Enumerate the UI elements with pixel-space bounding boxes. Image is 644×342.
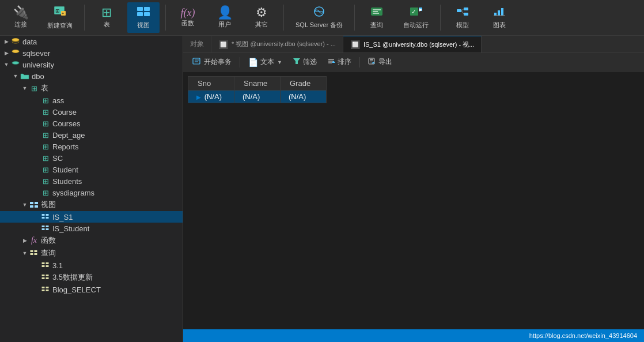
- toolbar-table[interactable]: ⊞ 表: [90, 2, 123, 33]
- cell-grade: (N/A): [281, 91, 327, 103]
- tab-bar: 对象 🔲 * 视图 @university.dbo (sqlsever) - .…: [183, 36, 644, 53]
- toolbar-divider-4: [354, 5, 355, 31]
- sidebar-item-blog-select[interactable]: Blog_SELECT: [0, 284, 183, 295]
- status-url: https://blog.csdn.net/weixin_43914604: [529, 332, 637, 339]
- svg-rect-24: [498, 10, 500, 16]
- sidebar-item-student[interactable]: ⊞ Student: [0, 164, 183, 175]
- arrow-views: ▼: [21, 202, 29, 208]
- tab-object[interactable]: 对象: [183, 36, 211, 52]
- toolbar-other[interactable]: ⚙ 其它: [245, 2, 278, 33]
- svg-text:✓: ✓: [411, 9, 416, 15]
- toolbar-connect[interactable]: 🔌 连接: [5, 2, 37, 33]
- sidebar-item-q35[interactable]: 3.5数据更新: [0, 271, 183, 284]
- arrow-funcs: ▶: [21, 238, 29, 243]
- grid-area: Sno Sname Grade ▶ (N/A) (N/A) (N/A): [183, 72, 644, 329]
- sidebar-item-ass[interactable]: ⊞ ass: [0, 95, 183, 106]
- sidebar-label-courses: Courses: [52, 119, 80, 128]
- sidebar-item-reports[interactable]: ⊞ Reports: [0, 141, 183, 152]
- sort-btn[interactable]: 排序: [323, 56, 356, 68]
- table-icon-dept-age: ⊞: [40, 130, 51, 140]
- sidebar-item-tables-folder[interactable]: ▼ ⊞ 表: [0, 82, 183, 95]
- autorun-label: 自动运行: [403, 21, 429, 29]
- db-icon-data: [10, 37, 21, 46]
- begin-transaction-btn[interactable]: 开始事务: [188, 56, 236, 68]
- svg-text:⊞: ⊞: [55, 8, 60, 14]
- export-icon: [368, 57, 376, 67]
- sidebar-label-q31: 3.1: [52, 261, 63, 270]
- sidebar-item-funcs-folder[interactable]: ▶ fx 函数: [0, 234, 183, 247]
- sidebar-item-queries-folder[interactable]: ▼ 查询: [0, 247, 183, 260]
- toolbar-sqlserver[interactable]: SQL Server 备份: [290, 2, 348, 33]
- tab-view2-icon: 🔲: [350, 40, 360, 49]
- svg-rect-41: [42, 226, 45, 227]
- arrow-university: ▼: [2, 62, 10, 67]
- tab-view1[interactable]: 🔲 * 视图 @university.dbo (sqlsever) - ...: [211, 36, 343, 52]
- toolbar-divider-1: [84, 5, 85, 31]
- sidebar-item-is-student[interactable]: IS_Student: [0, 223, 183, 234]
- toolbar-chart[interactable]: 图表: [483, 2, 516, 33]
- svg-rect-40: [46, 217, 49, 219]
- sidebar-item-dbo[interactable]: ▼ dbo: [0, 70, 183, 82]
- func-folder-icon: fx: [29, 236, 39, 245]
- sidebar-label-sysdiagrams: sysdiagrams: [52, 189, 94, 197]
- sidebar-item-course[interactable]: ⊞ Course: [0, 106, 183, 118]
- tab-view2[interactable]: 🔲 IS_S1 @university.dbo (sqlsever) - 视..…: [343, 36, 482, 52]
- chart-icon: [493, 6, 506, 20]
- sidebar-item-sc[interactable]: ⊞ SC: [0, 152, 183, 164]
- table-icon-students: ⊞: [40, 176, 51, 186]
- tab-view1-icon: 🔲: [218, 40, 228, 49]
- sidebar-item-students[interactable]: ⊞ Students: [0, 175, 183, 187]
- toolbar-autorun[interactable]: ✓▶ 自动运行: [397, 2, 434, 33]
- chart-label: 图表: [493, 21, 506, 29]
- filter-btn[interactable]: 筛选: [288, 56, 321, 68]
- sidebar-label-university: university: [22, 61, 54, 69]
- sidebar: ▶ data ▶ sqlsever ▼ university ▼: [0, 36, 183, 342]
- sidebar-item-dept-age[interactable]: ⊞ Dept_age: [0, 129, 183, 141]
- sidebar-label-reports: Reports: [52, 142, 79, 151]
- col-header-sno: Sno: [188, 77, 234, 91]
- svg-rect-71: [370, 61, 373, 61]
- sidebar-item-is-s1[interactable]: IS_S1: [0, 211, 183, 223]
- svg-rect-42: [46, 226, 49, 227]
- sidebar-item-sysdiagrams[interactable]: ⊞ sysdiagrams: [0, 187, 183, 198]
- svg-rect-54: [46, 275, 49, 276]
- toolbar-model[interactable]: 模型: [446, 2, 479, 33]
- svg-rect-38: [46, 214, 49, 216]
- sidebar-label-data: data: [22, 37, 37, 46]
- toolbar-view[interactable]: 视图: [127, 2, 160, 33]
- toolbar-query[interactable]: 查询: [361, 2, 393, 33]
- sidebar-item-university[interactable]: ▼ university: [0, 59, 183, 70]
- svg-rect-33: [30, 202, 33, 204]
- table-folder-icon: ⊞: [29, 84, 39, 93]
- func-icon: f(x): [181, 7, 195, 18]
- sort-icon: [327, 57, 335, 67]
- tab-view2-label: IS_S1 @university.dbo (sqlsever) - 视...: [363, 40, 475, 49]
- text-btn[interactable]: 📄 文本 ▼: [244, 56, 287, 68]
- arrow-dbo: ▼: [12, 73, 20, 79]
- svg-text:+: +: [62, 12, 64, 16]
- sidebar-label-views: 视图: [41, 200, 56, 210]
- sidebar-item-data[interactable]: ▶ data: [0, 36, 183, 47]
- sidebar-label-queries: 查询: [41, 248, 56, 258]
- text-icon: 📄: [248, 58, 258, 67]
- sidebar-item-courses[interactable]: ⊞ Courses: [0, 118, 183, 129]
- table-icon-reports: ⊞: [40, 142, 51, 151]
- toolbar-func[interactable]: f(x) 函数: [172, 2, 204, 33]
- sidebar-item-sqlsever[interactable]: ▶ sqlsever: [0, 47, 183, 59]
- sidebar-item-q31[interactable]: 3.1: [0, 260, 183, 271]
- toolbar-divider-5: [440, 5, 441, 31]
- new-query-icon: ⊞+: [53, 5, 67, 20]
- model-icon: [456, 6, 469, 20]
- svg-rect-57: [42, 287, 45, 288]
- toolbar-new-query[interactable]: ⊞+ 新建查询: [41, 2, 78, 33]
- sidebar-item-views-folder[interactable]: ▼ 视图: [0, 198, 183, 211]
- svg-rect-60: [46, 290, 49, 291]
- table-row[interactable]: ▶ (N/A) (N/A) (N/A): [188, 91, 327, 103]
- toolbar-user[interactable]: 👤 用户: [209, 2, 241, 33]
- export-btn[interactable]: 导出: [363, 56, 397, 68]
- svg-rect-19: [464, 7, 468, 10]
- cell-sname: (N/A): [234, 91, 281, 103]
- sidebar-label-tables: 表: [41, 83, 48, 93]
- col-header-sname: Sname: [234, 77, 281, 91]
- model-label: 模型: [456, 21, 469, 29]
